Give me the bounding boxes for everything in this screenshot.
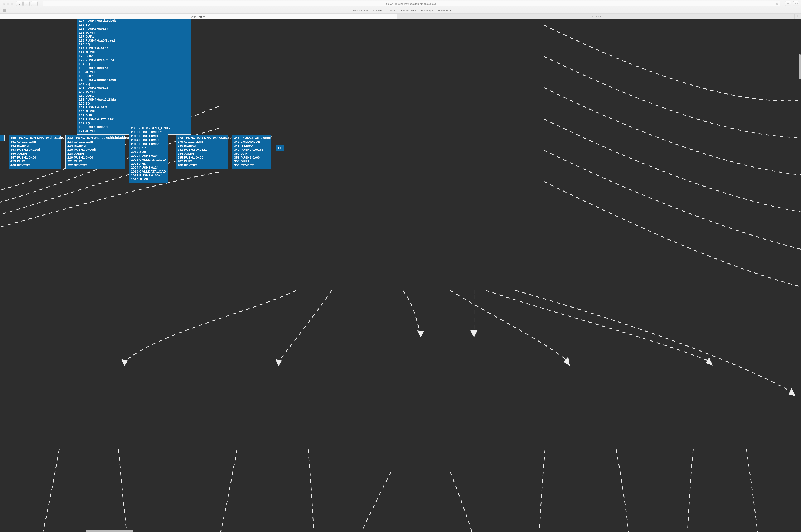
bookmark-mstg[interactable]: MSTG Dash — [353, 9, 368, 12]
svg-marker-10 — [564, 357, 570, 366]
graph-node-cut-right[interactable]: 17 — [276, 145, 284, 151]
graph-node-212[interactable]: 212 - FUNCTION changeMultisig(address) -… — [65, 135, 125, 169]
bookmark-ml[interactable]: ML▾ — [390, 9, 395, 12]
share-icon — [787, 2, 789, 5]
back-button[interactable]: ‹ — [16, 1, 22, 6]
horizontal-scrollbar[interactable] — [85, 530, 134, 532]
graph-node-450[interactable]: 450 - FUNCTION UNK_0xd4ee1d90 - 451 CALL… — [8, 135, 61, 169]
graph-viewport[interactable]: 107 PUSH4 0x8da5cb5b 112 EQ 113 PUSH2 0x… — [0, 19, 801, 532]
svg-marker-12 — [788, 388, 796, 396]
graph-node-346[interactable]: 346 - FUNCTION owner() - 347 CALLVALUE 3… — [232, 135, 271, 169]
svg-rect-0 — [33, 3, 36, 5]
zoom-window-icon[interactable] — [11, 2, 13, 5]
graph-node-278[interactable]: 278 - FUNCTION UNK_0x4783c35b - 279 CALL… — [176, 135, 228, 169]
bookmark-blockchain[interactable]: Blockchain▾ — [401, 9, 416, 12]
svg-marker-8 — [417, 330, 424, 337]
tab-favorites[interactable]: Favorites — [397, 14, 794, 19]
close-window-icon[interactable] — [2, 2, 5, 5]
reload-icon[interactable]: ↻ — [776, 2, 778, 5]
chevron-down-icon: ▾ — [432, 10, 433, 12]
toolbar: ‹ › file:///Users/berndt/Desktop/graph.s… — [0, 0, 801, 7]
sidebar-toggle-button[interactable] — [31, 1, 38, 6]
svg-marker-11 — [706, 357, 713, 365]
chevron-down-icon: ▾ — [415, 10, 416, 12]
show-tabs-button[interactable] — [793, 1, 799, 6]
nav-buttons: ‹ › — [16, 1, 30, 6]
top-sites-icon[interactable] — [3, 9, 6, 12]
bookmarks-bar: MSTG Dash Coursera ML▾ Blockchain▾ Banki… — [0, 7, 801, 13]
svg-marker-6 — [121, 359, 128, 366]
bookmarks-center: MSTG Dash Coursera ML▾ Blockchain▾ Banki… — [11, 9, 798, 12]
chevron-down-icon: ▾ — [394, 10, 395, 12]
svg-marker-9 — [470, 330, 477, 337]
svg-rect-4 — [795, 3, 797, 5]
browser-chrome: ‹ › file:///Users/berndt/Desktop/graph.s… — [0, 0, 801, 19]
forward-button[interactable]: › — [23, 1, 30, 6]
graph-node-dispatcher[interactable]: 107 PUSH4 0x8da5cb5b 112 EQ 113 PUSH2 0x… — [77, 19, 191, 135]
bookmark-coursera[interactable]: Coursera — [373, 9, 384, 12]
vertical-scrollbar[interactable] — [799, 54, 801, 79]
address-bar[interactable]: file:///Users/berndt/Desktop/graph.svg.s… — [42, 1, 780, 6]
bookmark-derstandard[interactable]: derStandard.at — [438, 9, 456, 12]
tab-graph-svg[interactable]: graph.svg.svg — [0, 14, 397, 19]
tab-bar: graph.svg.svg Favorites + — [0, 13, 801, 19]
graph-node-cut-left[interactable]: ) - — [0, 135, 5, 141]
share-button[interactable] — [785, 1, 792, 6]
tabs-icon — [795, 2, 798, 5]
url-text: file:///Users/berndt/Desktop/graph.svg.s… — [386, 2, 436, 5]
minimize-window-icon[interactable] — [7, 2, 9, 5]
bookmark-banking[interactable]: Banking▾ — [421, 9, 433, 12]
svg-rect-5 — [796, 3, 798, 4]
window-controls[interactable] — [2, 2, 15, 5]
sidebar-icon — [33, 3, 36, 5]
new-tab-button[interactable]: + — [794, 14, 801, 19]
svg-marker-7 — [275, 359, 282, 366]
graph-node-2008[interactable]: 2008 - JUMPDEST_UNK - 2009 PUSH2 0x005f … — [129, 125, 168, 183]
